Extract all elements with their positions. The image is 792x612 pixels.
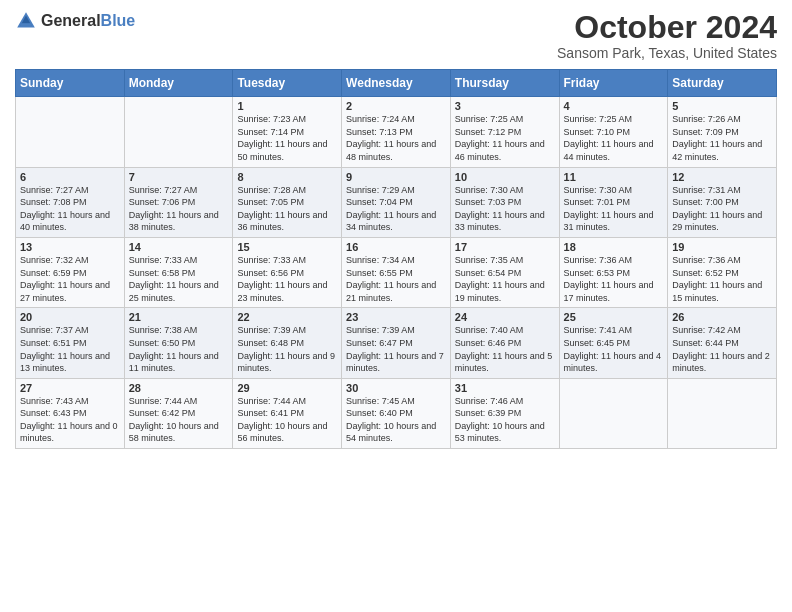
- sunrise-text: Sunrise: 7:29 AM: [346, 185, 415, 195]
- col-monday: Monday: [124, 70, 233, 97]
- calendar-week-2: 6Sunrise: 7:27 AMSunset: 7:08 PMDaylight…: [16, 167, 777, 237]
- day-info: Sunrise: 7:32 AMSunset: 6:59 PMDaylight:…: [20, 254, 120, 304]
- sunset-text: Sunset: 7:12 PM: [455, 127, 522, 137]
- day-info: Sunrise: 7:37 AMSunset: 6:51 PMDaylight:…: [20, 324, 120, 374]
- day-number: 1: [237, 100, 337, 112]
- sunrise-text: Sunrise: 7:45 AM: [346, 396, 415, 406]
- sunset-text: Sunset: 6:39 PM: [455, 408, 522, 418]
- calendar-cell: 2Sunrise: 7:24 AMSunset: 7:13 PMDaylight…: [342, 97, 451, 167]
- sunset-text: Sunset: 6:59 PM: [20, 268, 87, 278]
- daylight-text: Daylight: 11 hours and 2 minutes.: [672, 351, 770, 374]
- day-info: Sunrise: 7:30 AMSunset: 7:03 PMDaylight:…: [455, 184, 555, 234]
- day-info: Sunrise: 7:44 AMSunset: 6:42 PMDaylight:…: [129, 395, 229, 445]
- daylight-text: Daylight: 11 hours and 38 minutes.: [129, 210, 219, 233]
- logo-text: General Blue: [41, 12, 135, 30]
- daylight-text: Daylight: 11 hours and 27 minutes.: [20, 280, 110, 303]
- daylight-text: Daylight: 11 hours and 4 minutes.: [564, 351, 662, 374]
- day-number: 17: [455, 241, 555, 253]
- day-number: 11: [564, 171, 664, 183]
- day-info: Sunrise: 7:34 AMSunset: 6:55 PMDaylight:…: [346, 254, 446, 304]
- sunrise-text: Sunrise: 7:41 AM: [564, 325, 633, 335]
- sunrise-text: Sunrise: 7:42 AM: [672, 325, 741, 335]
- day-number: 13: [20, 241, 120, 253]
- day-number: 12: [672, 171, 772, 183]
- calendar-cell: [668, 378, 777, 448]
- day-info: Sunrise: 7:33 AMSunset: 6:58 PMDaylight:…: [129, 254, 229, 304]
- day-info: Sunrise: 7:39 AMSunset: 6:47 PMDaylight:…: [346, 324, 446, 374]
- logo-icon: [15, 10, 37, 32]
- calendar-cell: 18Sunrise: 7:36 AMSunset: 6:53 PMDayligh…: [559, 237, 668, 307]
- sunrise-text: Sunrise: 7:26 AM: [672, 114, 741, 124]
- day-number: 9: [346, 171, 446, 183]
- sunset-text: Sunset: 6:58 PM: [129, 268, 196, 278]
- calendar-cell: 8Sunrise: 7:28 AMSunset: 7:05 PMDaylight…: [233, 167, 342, 237]
- sunset-text: Sunset: 6:48 PM: [237, 338, 304, 348]
- calendar-cell: 24Sunrise: 7:40 AMSunset: 6:46 PMDayligh…: [450, 308, 559, 378]
- calendar-cell: 30Sunrise: 7:45 AMSunset: 6:40 PMDayligh…: [342, 378, 451, 448]
- daylight-text: Daylight: 11 hours and 21 minutes.: [346, 280, 436, 303]
- day-info: Sunrise: 7:25 AMSunset: 7:12 PMDaylight:…: [455, 113, 555, 163]
- sunset-text: Sunset: 7:00 PM: [672, 197, 739, 207]
- sunset-text: Sunset: 7:06 PM: [129, 197, 196, 207]
- sunrise-text: Sunrise: 7:30 AM: [564, 185, 633, 195]
- sunrise-text: Sunrise: 7:36 AM: [564, 255, 633, 265]
- logo-blue: Blue: [101, 12, 136, 30]
- sunset-text: Sunset: 7:14 PM: [237, 127, 304, 137]
- sunrise-text: Sunrise: 7:46 AM: [455, 396, 524, 406]
- day-number: 7: [129, 171, 229, 183]
- daylight-text: Daylight: 11 hours and 40 minutes.: [20, 210, 110, 233]
- sunrise-text: Sunrise: 7:43 AM: [20, 396, 89, 406]
- page: General Blue October 2024 Sansom Park, T…: [0, 0, 792, 612]
- daylight-text: Daylight: 11 hours and 25 minutes.: [129, 280, 219, 303]
- calendar-cell: 1Sunrise: 7:23 AMSunset: 7:14 PMDaylight…: [233, 97, 342, 167]
- day-info: Sunrise: 7:46 AMSunset: 6:39 PMDaylight:…: [455, 395, 555, 445]
- day-number: 23: [346, 311, 446, 323]
- daylight-text: Daylight: 11 hours and 36 minutes.: [237, 210, 327, 233]
- col-sunday: Sunday: [16, 70, 125, 97]
- sunrise-text: Sunrise: 7:38 AM: [129, 325, 198, 335]
- day-info: Sunrise: 7:45 AMSunset: 6:40 PMDaylight:…: [346, 395, 446, 445]
- day-number: 14: [129, 241, 229, 253]
- sunset-text: Sunset: 6:51 PM: [20, 338, 87, 348]
- day-info: Sunrise: 7:35 AMSunset: 6:54 PMDaylight:…: [455, 254, 555, 304]
- daylight-text: Daylight: 11 hours and 15 minutes.: [672, 280, 762, 303]
- col-saturday: Saturday: [668, 70, 777, 97]
- day-info: Sunrise: 7:42 AMSunset: 6:44 PMDaylight:…: [672, 324, 772, 374]
- calendar-cell: 31Sunrise: 7:46 AMSunset: 6:39 PMDayligh…: [450, 378, 559, 448]
- day-info: Sunrise: 7:40 AMSunset: 6:46 PMDaylight:…: [455, 324, 555, 374]
- sunset-text: Sunset: 7:08 PM: [20, 197, 87, 207]
- sunset-text: Sunset: 6:41 PM: [237, 408, 304, 418]
- day-number: 29: [237, 382, 337, 394]
- calendar-cell: [559, 378, 668, 448]
- sunset-text: Sunset: 6:52 PM: [672, 268, 739, 278]
- daylight-text: Daylight: 11 hours and 50 minutes.: [237, 139, 327, 162]
- day-number: 15: [237, 241, 337, 253]
- sunset-text: Sunset: 7:03 PM: [455, 197, 522, 207]
- day-number: 28: [129, 382, 229, 394]
- sunset-text: Sunset: 6:42 PM: [129, 408, 196, 418]
- daylight-text: Daylight: 11 hours and 7 minutes.: [346, 351, 444, 374]
- daylight-text: Daylight: 11 hours and 44 minutes.: [564, 139, 654, 162]
- day-number: 16: [346, 241, 446, 253]
- col-tuesday: Tuesday: [233, 70, 342, 97]
- sunrise-text: Sunrise: 7:30 AM: [455, 185, 524, 195]
- daylight-text: Daylight: 11 hours and 31 minutes.: [564, 210, 654, 233]
- day-number: 26: [672, 311, 772, 323]
- sunset-text: Sunset: 6:55 PM: [346, 268, 413, 278]
- day-info: Sunrise: 7:41 AMSunset: 6:45 PMDaylight:…: [564, 324, 664, 374]
- col-thursday: Thursday: [450, 70, 559, 97]
- day-info: Sunrise: 7:36 AMSunset: 6:53 PMDaylight:…: [564, 254, 664, 304]
- day-info: Sunrise: 7:26 AMSunset: 7:09 PMDaylight:…: [672, 113, 772, 163]
- day-info: Sunrise: 7:24 AMSunset: 7:13 PMDaylight:…: [346, 113, 446, 163]
- sunset-text: Sunset: 7:04 PM: [346, 197, 413, 207]
- daylight-text: Daylight: 10 hours and 58 minutes.: [129, 421, 219, 444]
- calendar-cell: 21Sunrise: 7:38 AMSunset: 6:50 PMDayligh…: [124, 308, 233, 378]
- day-info: Sunrise: 7:44 AMSunset: 6:41 PMDaylight:…: [237, 395, 337, 445]
- calendar-cell: 27Sunrise: 7:43 AMSunset: 6:43 PMDayligh…: [16, 378, 125, 448]
- col-friday: Friday: [559, 70, 668, 97]
- day-number: 6: [20, 171, 120, 183]
- calendar-week-1: 1Sunrise: 7:23 AMSunset: 7:14 PMDaylight…: [16, 97, 777, 167]
- sunset-text: Sunset: 6:45 PM: [564, 338, 631, 348]
- calendar-cell: [124, 97, 233, 167]
- calendar-cell: 26Sunrise: 7:42 AMSunset: 6:44 PMDayligh…: [668, 308, 777, 378]
